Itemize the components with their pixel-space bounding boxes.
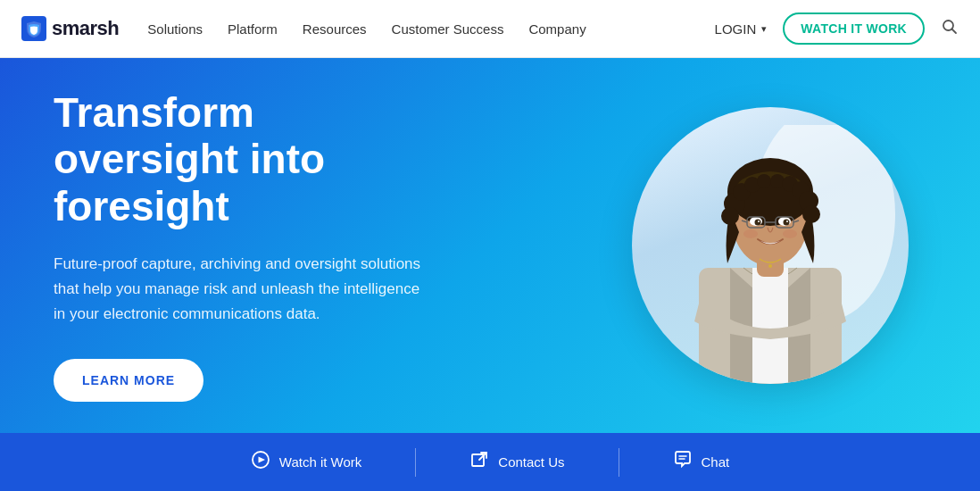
logo[interactable]: smarsh [21, 16, 119, 41]
footer-contact-item[interactable]: Contact Us [416, 450, 618, 474]
footer-bar: Watch it Work Contact Us Chat [0, 433, 980, 491]
svg-line-2 [952, 29, 957, 33]
hero-description: Future-proof capture, archiving and over… [54, 252, 428, 327]
svg-point-22 [784, 220, 790, 226]
learn-more-button[interactable]: LEARN MORE [54, 359, 203, 402]
chat-icon [673, 450, 693, 474]
nav-item-solutions[interactable]: Solutions [147, 21, 203, 37]
hero-content: Transform oversight into foresight Futur… [0, 58, 500, 433]
logo-text: smarsh [52, 17, 119, 40]
smarsh-logo-icon [21, 16, 46, 41]
login-button[interactable]: LOGIN ▾ [715, 21, 768, 37]
svg-point-31 [783, 229, 797, 238]
hero-portrait-circle [632, 107, 909, 384]
svg-point-12 [757, 174, 771, 188]
hero-title: Transform oversight into foresight [54, 89, 446, 231]
svg-point-32 [768, 264, 772, 268]
svg-point-18 [802, 205, 820, 223]
header: smarsh Solutions Platform Resources Cust… [0, 0, 980, 58]
main-nav: Solutions Platform Resources Customer Su… [147, 21, 714, 37]
nav-item-platform[interactable]: Platform [228, 21, 278, 37]
svg-point-21 [755, 220, 761, 226]
chat-label: Chat [702, 454, 730, 470]
search-icon[interactable] [941, 18, 959, 40]
footer-chat-item[interactable]: Chat [619, 450, 784, 474]
header-right: LOGIN ▾ WATCH IT WORK [715, 12, 959, 45]
hero-image-area [632, 107, 909, 384]
hero-portrait-illustration [645, 125, 895, 384]
nav-item-customer-success[interactable]: Customer Success [392, 21, 504, 37]
watch-label: Watch it Work [279, 454, 362, 470]
nav-item-company[interactable]: Company [528, 21, 586, 37]
svg-point-30 [743, 229, 758, 238]
svg-point-23 [758, 221, 760, 222]
svg-point-17 [721, 207, 739, 225]
watch-it-work-button[interactable]: WATCH IT WORK [783, 12, 925, 45]
svg-point-24 [786, 221, 788, 222]
hero-section: Transform oversight into foresight Futur… [0, 58, 980, 433]
footer-watch-item[interactable]: Watch it Work [197, 450, 416, 474]
contact-label: Contact Us [498, 454, 564, 470]
svg-rect-5 [752, 268, 788, 384]
nav-item-resources[interactable]: Resources [303, 21, 367, 37]
svg-marker-34 [258, 457, 265, 463]
chevron-down-icon: ▾ [761, 23, 767, 35]
play-circle-icon [251, 450, 270, 474]
external-link-icon [469, 450, 489, 474]
